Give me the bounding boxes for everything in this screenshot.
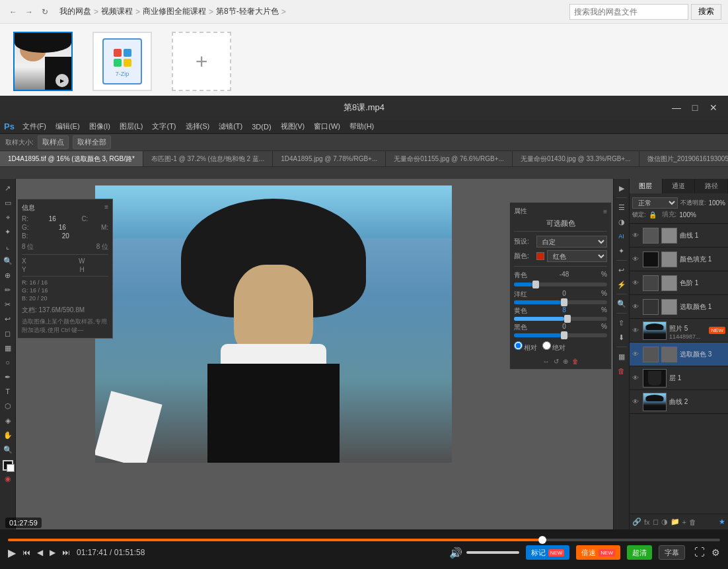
tool-lasso[interactable]: ⌖ [1,211,15,224]
ps-menu-edit[interactable]: 编辑(E) [52,120,84,133]
layer-eye-levels1[interactable]: 👁 [632,279,640,286]
search-button[interactable]: 搜索 [691,4,721,20]
layer-new-btn[interactable]: + [682,518,686,526]
tool-crop[interactable]: ⌞ [1,240,15,253]
ps-menu-image[interactable]: 图像(I) [85,120,114,133]
right-tool-layers[interactable]: ☰ [615,201,628,214]
magenta-track[interactable] [514,300,607,304]
settings-button[interactable]: ⚙ [711,547,720,558]
right-tool-download[interactable]: ⬇ [615,331,628,344]
ps-menu-layer[interactable]: 图层(L) [116,120,147,133]
lock-btn[interactable]: 🔒 [649,211,657,218]
layer-adj-btn[interactable]: ◑ [661,518,668,526]
layer-item-layer1[interactable]: 👁 层 1 [630,366,728,390]
sc-delete-icon[interactable]: 🗑 [572,358,579,365]
volume-slider[interactable] [466,551,519,554]
tool-eyedropper[interactable]: 🔍 [1,254,15,267]
color-select[interactable]: 红色 [547,250,607,262]
tool-history-brush[interactable]: ↩ [1,312,15,325]
tool-gradient[interactable]: ▦ [1,341,15,354]
ps-tab-2[interactable]: 布匹图-1 @ 37.2% (信息/饱和饱 2 蓝... [143,151,273,167]
nav-back-button[interactable]: ← [7,5,20,18]
window-close-button[interactable]: ✕ [707,101,720,114]
cyan-thumb[interactable] [532,281,539,288]
tool-quickmask[interactable]: ◉ [1,472,15,485]
ps-sample-all-btn[interactable]: 取样全部 [73,135,111,149]
layer-item-sc1[interactable]: 👁 选取颜色 1 [630,295,728,319]
foreground-color[interactable] [3,460,13,471]
layer-eye-sc3[interactable]: 👁 [632,351,640,358]
breadcrumb-video-course[interactable]: 视频课程 [101,6,133,17]
layer-delete-btn[interactable]: 🗑 [689,518,696,526]
layer-item-curves1[interactable]: 👁 曲线 1 [630,224,728,248]
prev-button[interactable]: ⏮ [22,548,30,557]
layer-item-sc3[interactable]: 👁 选取颜色 3 [630,343,728,366]
next-button[interactable]: ⏭ [62,548,70,557]
quality-button[interactable]: 超清 [627,545,652,560]
breadcrumb-lesson[interactable]: 第8节-轻奢大片色 [216,6,279,17]
mark-button[interactable]: 标记 NEW [526,545,570,560]
search-input[interactable] [569,4,688,20]
step-forward-button[interactable]: ▶ [50,548,55,557]
step-back-button[interactable]: ◀ [37,548,43,557]
layer-fx-btn[interactable]: fx [644,518,650,526]
progress-bar[interactable] [8,539,720,541]
nav-forward-button[interactable]: → [22,5,36,18]
panel-tab-paths[interactable]: 路径 [695,179,728,193]
window-minimize-button[interactable]: — [670,101,683,114]
volume-icon[interactable]: 🔊 [449,547,462,559]
tool-magic-wand[interactable]: ✦ [1,225,15,238]
breadcrumb-home[interactable]: 我的网盘 [59,6,91,17]
tool-zoom[interactable]: 🔍 [1,443,15,456]
right-tool-share[interactable]: ⇧ [615,316,628,329]
right-tool-style[interactable]: ✦ [615,244,628,257]
relative-radio[interactable]: 相对 [514,341,537,352]
color-swatch[interactable] [536,252,544,260]
preset-select[interactable]: 白定 [536,236,607,248]
layer-group-btn[interactable]: 📁 [671,518,680,526]
yellow-thumb[interactable] [564,315,571,323]
panel-tab-channels[interactable]: 通道 [663,179,696,193]
right-tool-histogram[interactable]: ▦ [615,350,628,363]
sc-icon-1[interactable]: ↔ [543,358,550,365]
info-panel-menu[interactable]: ≡ [104,203,108,213]
tool-dodge[interactable]: ○ [1,356,15,369]
ps-tab-3[interactable]: 1D4A1895.jpg @ 7.78%/RGB+... [273,151,386,167]
black-track[interactable] [514,333,607,337]
tool-hand[interactable]: ✋ [1,428,15,442]
ps-menu-3d[interactable]: 3D(D) [248,121,275,132]
tool-clone[interactable]: ✂ [1,298,15,311]
ps-tab-1[interactable]: 1D4A1895.tif @ 16% (选取颜色 3, RGB/路* [0,151,143,167]
layer-item-fill1[interactable]: 👁 颜色填充 1 [630,248,728,271]
tool-brush[interactable]: ✏ [1,283,15,296]
black-thumb[interactable] [561,331,567,339]
layer-eye-curves1[interactable]: 👁 [632,232,640,239]
right-tool-search[interactable]: 🔍 [615,297,628,310]
play-button[interactable]: ▶ [8,547,16,559]
progress-thumb[interactable] [538,536,546,544]
right-tool-adjust[interactable]: ◑ [615,215,628,228]
ps-sample-point-btn[interactable]: 取样点 [38,135,69,149]
layer-mask-btn[interactable]: ◻ [653,518,659,526]
cyan-track[interactable] [514,283,607,286]
tool-select-rect[interactable]: ▭ [1,196,15,209]
layer-item-curves2[interactable]: 👁 曲线 2 [630,390,728,414]
speed-button[interactable]: 倍速 NEW [576,545,620,560]
right-tool-delete[interactable]: 🗑 [615,364,628,378]
sc-icon-3[interactable]: ⊕ [563,358,568,365]
layer-eye-curves2[interactable]: 👁 [632,398,640,405]
layer-item-levels1[interactable]: 👁 色阶 1 [630,271,728,295]
layer-star-btn[interactable]: ★ [719,518,725,526]
right-tool-ai[interactable]: AI [615,230,628,243]
subtitle-button[interactable]: 字幕 [659,545,685,560]
tool-move[interactable]: ↗ [1,182,15,195]
tool-eraser[interactable]: ◻ [1,327,15,340]
ps-menu-window[interactable]: 窗口(W) [310,120,344,133]
right-tool-history[interactable]: ↩ [615,263,628,277]
ps-menu-view[interactable]: 视图(V) [277,120,309,133]
fullscreen-button[interactable]: ⛶ [694,547,705,558]
ps-tab-6[interactable]: 微信图片_20190616193005.png @ 203... [639,151,728,167]
tool-type[interactable]: T [1,385,15,398]
sc-expand-btn[interactable]: ≡ [603,208,607,215]
layer-item-photo5[interactable]: 👁 照片 5 11448987... NEW [630,319,728,343]
